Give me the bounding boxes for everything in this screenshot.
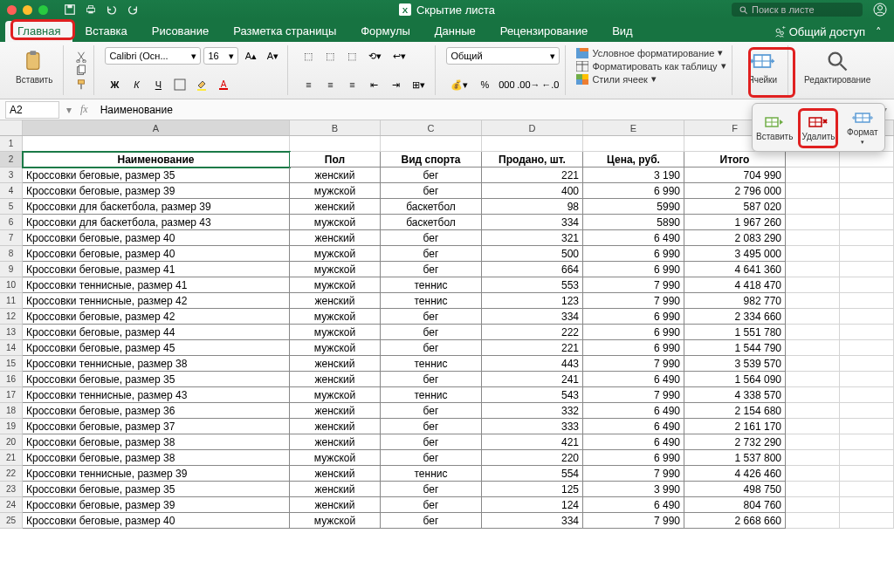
name-box[interactable]: A2 [5, 101, 59, 119]
cell[interactable] [840, 434, 894, 450]
data-cell[interactable]: Кроссовки беговые, размер 35 [23, 372, 290, 387]
cell[interactable] [840, 152, 894, 168]
data-cell[interactable]: Кроссовки беговые, размер 39 [23, 183, 290, 199]
cell[interactable] [840, 199, 894, 215]
data-cell[interactable]: 6 990 [583, 450, 684, 466]
data-cell[interactable]: 553 [482, 277, 583, 293]
data-cell[interactable]: 4 426 460 [684, 466, 786, 482]
data-cell[interactable]: Кроссовки беговые, размер 40 [23, 246, 290, 262]
user-icon[interactable] [873, 3, 887, 17]
data-cell[interactable]: Кроссовки беговые, размер 42 [23, 309, 290, 325]
popup-delete-button[interactable]: Удалить [796, 104, 840, 151]
data-cell[interactable]: 2 732 290 [684, 434, 786, 450]
header-cell[interactable]: Наименование [23, 152, 290, 168]
currency-icon[interactable]: 💰▾ [446, 76, 472, 93]
data-cell[interactable]: 334 [482, 215, 583, 230]
cell[interactable] [840, 183, 894, 199]
data-cell[interactable]: баскетбол [381, 215, 482, 230]
data-cell[interactable]: женский [290, 403, 381, 419]
select-all-corner[interactable] [0, 120, 23, 135]
tab-view[interactable]: Вид [600, 21, 645, 42]
row-header[interactable]: 6 [0, 215, 23, 230]
data-cell[interactable]: 7 990 [583, 513, 684, 529]
data-cell[interactable]: женский [290, 497, 381, 513]
row-header[interactable]: 23 [0, 482, 23, 497]
conditional-formatting-button[interactable]: Условное форматирование▾ [576, 47, 726, 58]
data-cell[interactable]: 7 990 [583, 277, 684, 293]
data-cell[interactable]: 1 564 090 [684, 372, 786, 387]
data-cell[interactable]: мужской [290, 340, 381, 356]
data-cell[interactable]: 421 [482, 434, 583, 450]
data-cell[interactable]: 1 551 780 [684, 325, 786, 340]
row-header[interactable]: 15 [0, 356, 23, 372]
data-cell[interactable]: мужской [290, 183, 381, 199]
data-cell[interactable]: Кроссовки беговые, размер 35 [23, 168, 290, 183]
data-cell[interactable]: бег [381, 419, 482, 434]
data-cell[interactable]: 6 990 [583, 340, 684, 356]
cell[interactable] [840, 497, 894, 513]
row-header[interactable]: 13 [0, 325, 23, 340]
cell[interactable] [290, 136, 381, 152]
cell[interactable] [583, 136, 684, 152]
data-cell[interactable]: бег [381, 309, 482, 325]
align-top-icon[interactable]: ⬚ [299, 47, 318, 65]
decrease-font-icon[interactable]: A▾ [263, 47, 282, 65]
cell[interactable] [840, 309, 894, 325]
data-cell[interactable]: бег [381, 230, 482, 246]
data-cell[interactable]: теннис [381, 387, 482, 403]
row-header[interactable]: 5 [0, 199, 23, 215]
data-cell[interactable]: 6 490 [583, 434, 684, 450]
row-header[interactable]: 2 [0, 152, 23, 168]
data-cell[interactable]: мужской [290, 450, 381, 466]
data-cell[interactable]: бег [381, 482, 482, 497]
row-header[interactable]: 14 [0, 340, 23, 356]
cell[interactable] [840, 262, 894, 277]
cell[interactable] [786, 293, 840, 309]
cell[interactable] [840, 387, 894, 403]
cell[interactable] [840, 168, 894, 183]
data-cell[interactable]: женский [290, 230, 381, 246]
data-cell[interactable]: 704 990 [684, 168, 786, 183]
cell[interactable] [840, 325, 894, 340]
data-cell[interactable]: бег [381, 262, 482, 277]
data-cell[interactable]: женский [290, 293, 381, 309]
align-center-icon[interactable]: ≡ [320, 76, 340, 93]
data-cell[interactable]: 221 [482, 168, 583, 183]
data-cell[interactable]: Кроссовки беговые, размер 37 [23, 419, 290, 434]
tab-page-layout[interactable]: Разметка страницы [221, 21, 348, 42]
cells-button[interactable]: Ячейки [743, 47, 783, 86]
popup-format-button[interactable]: Формат▾ [841, 104, 884, 151]
data-cell[interactable]: Кроссовки беговые, размер 40 [23, 230, 290, 246]
merge-cells-icon[interactable]: ⊞▾ [408, 76, 430, 93]
header-cell[interactable]: Итого [684, 152, 786, 168]
data-cell[interactable]: Кроссовки теннисные, размер 41 [23, 277, 290, 293]
header-cell[interactable]: Цена, руб. [583, 152, 684, 168]
data-cell[interactable]: теннис [381, 293, 482, 309]
wrap-text-icon[interactable]: ↩▾ [389, 47, 410, 65]
data-cell[interactable]: мужской [290, 325, 381, 340]
data-cell[interactable]: 3 539 570 [684, 356, 786, 372]
row-header[interactable]: 3 [0, 168, 23, 183]
row-header[interactable]: 16 [0, 372, 23, 387]
data-cell[interactable]: 554 [482, 466, 583, 482]
row-header[interactable]: 25 [0, 513, 23, 529]
increase-indent-icon[interactable]: ⇥ [386, 76, 405, 93]
data-cell[interactable]: мужской [290, 215, 381, 230]
cell[interactable] [786, 387, 840, 403]
cell[interactable] [840, 466, 894, 482]
data-cell[interactable]: женский [290, 372, 381, 387]
data-cell[interactable]: женский [290, 466, 381, 482]
cut-icon[interactable] [74, 51, 88, 63]
align-right-icon[interactable]: ≡ [342, 76, 361, 93]
data-cell[interactable]: 2 083 290 [684, 230, 786, 246]
paste-button[interactable]: Вставить [10, 47, 58, 86]
cell[interactable] [23, 136, 290, 152]
data-cell[interactable]: 332 [482, 403, 583, 419]
data-cell[interactable]: Кроссовки для баскетбола, размер 39 [23, 199, 290, 215]
align-left-icon[interactable]: ≡ [299, 76, 318, 93]
data-cell[interactable]: Кроссовки теннисные, размер 39 [23, 466, 290, 482]
row-header[interactable]: 17 [0, 387, 23, 403]
cell[interactable] [786, 403, 840, 419]
data-cell[interactable]: 6 990 [583, 262, 684, 277]
header-cell[interactable]: Вид спорта [381, 152, 482, 168]
